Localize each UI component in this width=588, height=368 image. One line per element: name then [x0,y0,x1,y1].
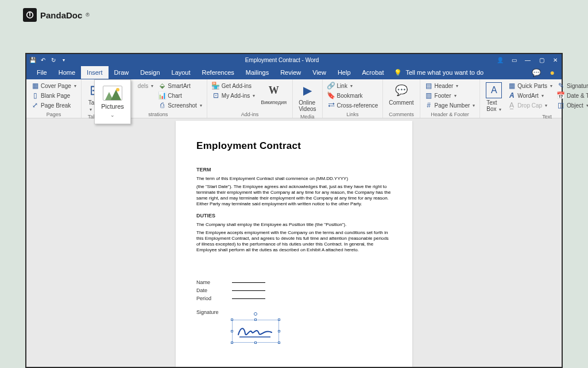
menu-review[interactable]: Review [274,66,307,79]
pandadoc-mark-icon [23,8,37,22]
ribbon-options-icon[interactable]: ▭ [511,57,517,63]
wordart-icon: A [508,91,516,99]
menu-insert[interactable]: Insert [81,66,109,79]
close-icon[interactable]: ✕ [552,57,558,63]
term-p1: The term of this Employment Contract sha… [196,176,392,182]
period-line [232,298,265,299]
header-icon: ▤ [425,82,433,90]
menu-draw[interactable]: Draw [109,66,135,79]
resize-handle[interactable] [278,330,280,332]
signature-image-selected[interactable] [232,320,279,343]
menu-mailings[interactable]: Mailings [240,66,274,79]
pandadoc-logo: PandaDoc ® [23,8,90,22]
undo-icon[interactable]: ↶ [40,57,46,63]
term-p2: (the "Start Date"). The Employee agrees … [196,184,392,207]
resize-handle[interactable] [254,319,257,321]
signature-line-button[interactable]: ✎Signature Line▾ [556,81,588,90]
chart-button[interactable]: 📊Chart [157,91,203,100]
word-window: 💾 ↶ ↻ ▾ Employment Contract - Word 👤 ▭ —… [25,53,563,368]
menu-view[interactable]: View [307,66,332,79]
ribbon-group-pages: ▦Cover Page▾ ▯Blank Page ⤢Page Break Pag… [26,79,82,118]
qat-customize-icon[interactable]: ▾ [61,57,67,63]
resize-handle[interactable] [231,319,233,321]
titlebar: 💾 ↶ ↻ ▾ Employment Contract - Word 👤 ▭ —… [26,54,562,66]
minimize-icon[interactable]: — [525,57,531,63]
date-time-button[interactable]: 📅Date & Time [556,91,588,100]
resize-handle[interactable] [254,342,257,344]
account-icon[interactable]: 👤 [497,57,503,63]
chart-icon: 📊 [158,91,166,99]
tell-me-search[interactable]: 💡 Tell me what you want to do [389,66,488,79]
object-icon: ◫ [557,101,565,109]
3d-models-button-partial[interactable]: dels▾ [137,82,154,90]
menu-help[interactable]: Help [332,66,357,79]
store-icon: 🏪 [212,82,220,90]
menu-references[interactable]: References [196,66,240,79]
signature-icon: ✎ [557,82,565,90]
footer-icon: ▥ [425,91,433,99]
chevron-down-icon: ⌄ [110,112,115,118]
pandadoc-wordmark: PandaDoc [40,10,82,20]
menu-acrobat[interactable]: Acrobat [357,66,390,79]
duties-p2: The Employee accepts employment with the… [196,230,392,253]
header-button[interactable]: ▤Header▾ [424,81,477,90]
ribbon-label-links: Links [326,111,380,117]
cross-reference-button[interactable]: ⮂Cross-reference [326,101,380,110]
save-icon[interactable]: 💾 [30,57,36,63]
quick-parts-button[interactable]: ▦Quick Parts▾ [506,81,554,90]
wikipedia-button[interactable]: W Википедия [258,81,289,111]
signature-block: Name Date Period Signature [196,279,392,315]
resize-handle[interactable] [278,319,280,321]
wordart-button[interactable]: AWordArt▾ [506,91,554,100]
link-button[interactable]: 🔗Link▾ [326,81,380,90]
screenshot-icon: ⎙ [158,101,166,109]
menu-design[interactable]: Design [134,66,165,79]
video-icon: ▶ [299,82,315,98]
page-break-button[interactable]: ⤢Page Break [30,101,78,110]
ribbon-group-text: A TextBox ▾ ▦Quick Parts▾ AWordArt▾ A̲Dr… [480,79,588,118]
ribbon-insert: ▦Cover Page▾ ▯Blank Page ⤢Page Break Pag… [26,79,562,118]
cover-page-button[interactable]: ▦Cover Page▾ [30,81,78,90]
redo-icon[interactable]: ↻ [51,57,56,63]
doc-title: Employment Contract [196,140,392,152]
comments-pane-icon[interactable]: 💬 [532,68,541,77]
ribbon-group-comments: 💬 Comment Comments [383,79,420,118]
ribbon-group-addins: 🏪Get Add-ins ⊡My Add-ins▾ W Википедия Ad… [207,79,293,118]
online-videos-button[interactable]: ▶ OnlineVideos [296,81,318,113]
page-break-icon: ⤢ [31,101,39,109]
rotate-handle[interactable] [254,312,257,316]
window-title: Employment Contract - Word [67,57,497,63]
pictures-flyout[interactable]: Pictures ⌄ [94,79,131,124]
my-addins-button[interactable]: ⊡My Add-ins▾ [211,91,256,100]
bookmark-button[interactable]: 🔖Bookmark [326,91,380,100]
notification-dot[interactable]: ● [550,68,555,77]
resize-handle[interactable] [231,342,233,344]
resize-handle[interactable] [231,330,233,332]
label-signature: Signature [196,309,224,315]
page-number-button[interactable]: #Page Number▾ [424,101,477,110]
smartart-icon: ⬙ [158,82,166,90]
maximize-icon[interactable]: ▢ [539,57,544,63]
menu-file[interactable]: File [31,66,53,79]
document-canvas[interactable]: Employment Contract TERM The term of thi… [26,118,562,367]
blank-page-button[interactable]: ▯Blank Page [30,91,78,100]
ribbon-label-addins: Add-ins [211,111,289,117]
menu-home[interactable]: Home [53,66,81,79]
ribbon-label-headerfooter: Header & Footer [424,111,477,117]
ribbon-label-text: Text [483,113,588,120]
link-icon: 🔗 [327,82,335,90]
footer-button[interactable]: ▥Footer▾ [424,91,477,100]
text-box-button[interactable]: A TextBox ▾ [483,81,504,113]
object-button[interactable]: ◫Object▾ [556,101,588,110]
resize-handle[interactable] [278,342,280,344]
ribbon-group-media: ▶ OnlineVideos Media [293,79,322,118]
smartart-button[interactable]: ⬙SmartArt [157,81,203,90]
drop-cap-button[interactable]: A̲Drop Cap▾ [506,101,554,110]
ribbon-label-media: Media [296,113,318,120]
comment-button[interactable]: 💬 Comment [386,81,416,111]
screenshot-button[interactable]: ⎙Screenshot▾ [157,101,203,110]
drop-cap-icon: A̲ [508,101,516,109]
menu-layout[interactable]: Layout [166,66,196,79]
get-addins-button[interactable]: 🏪Get Add-ins [211,81,256,90]
quick-parts-icon: ▦ [508,82,516,90]
